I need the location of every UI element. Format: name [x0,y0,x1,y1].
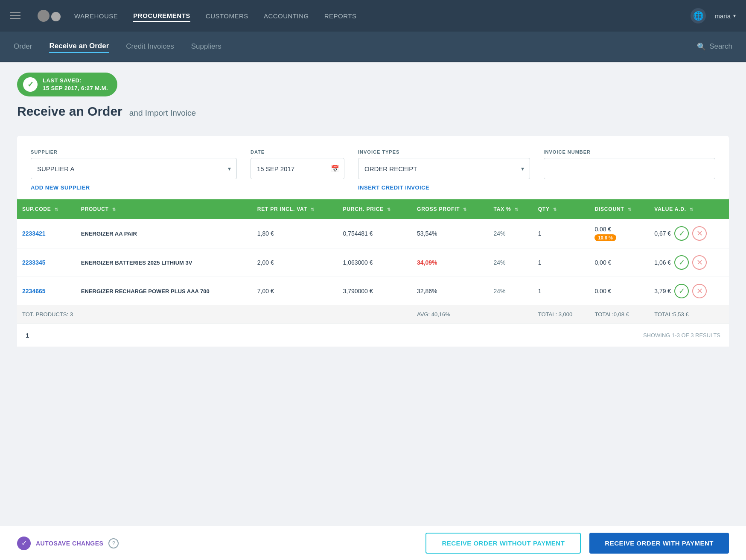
subnav-order[interactable]: Order [14,41,32,52]
cell-discount: 0,00 € [589,248,649,277]
pagination-row: 1 SHOWING 1-3 OF 3 RESULTS [17,324,729,347]
cell-ret-price: 1,80 € [252,219,338,248]
nav-item-reports[interactable]: REPORTS [324,11,357,21]
date-label: DATE [251,149,344,155]
hamburger-menu[interactable] [10,12,20,19]
supplier-select[interactable]: SUPPLIER A [31,158,237,179]
cell-tax: 24% [488,219,533,248]
cell-sup-code: 2233421 [17,219,76,248]
col-product[interactable]: PRODUCT ⇅ [76,199,252,219]
date-group: DATE [251,149,344,179]
total-value: TOTAL:5,53 € [649,305,729,324]
col-gross-profit[interactable]: GROSS PROFIT ⇅ [412,199,488,219]
receive-with-payment-button[interactable]: RECEIVE ORDER WITH PAYMENT [589,533,729,554]
app-logo [38,10,61,22]
cell-value: 3,79 € ✓ ✕ [649,277,729,306]
autosave-label: AUTOSAVE CHANGES [36,540,103,547]
saved-badge: LAST SAVED: 15 SEP 2017, 6:27 M.M. [17,73,117,96]
search-trigger[interactable]: 🔍 Search [697,42,732,51]
autosave-icon: ✓ [17,537,31,550]
subnav-credit-invoices[interactable]: Credit Invoices [126,41,174,52]
cell-purch-price: 3,790000 € [338,277,412,306]
delete-row-button[interactable]: ✕ [692,226,707,241]
confirm-row-button[interactable]: ✓ [674,226,689,241]
saved-check-icon [23,77,38,92]
nav-item-customers[interactable]: CUSTOMERS [206,11,248,21]
nav-item-accounting[interactable]: ACCOUNTING [264,11,309,21]
col-tax[interactable]: TAX % ⇅ [488,199,533,219]
supplier-select-wrapper: SUPPLIER A [31,158,237,179]
invoice-type-select[interactable]: ORDER RECEIPT [358,158,530,179]
receive-without-payment-button[interactable]: RECEIVE ORDER WITHOUT PAYMENT [425,533,581,554]
page-title: Receive an Order [17,104,122,119]
delete-row-button[interactable]: ✕ [692,284,707,298]
nav-item-warehouse[interactable]: WAREHOUSE [74,11,118,21]
cell-discount: 0,08 € 10.6 % [589,219,649,248]
subnav-receive-order[interactable]: Receive an Order [49,40,109,53]
bottom-bar: ✓ AUTOSAVE CHANGES ? RECEIVE ORDER WITHO… [0,526,746,560]
invoice-types-label: INVOICE TYPES [358,149,530,155]
cell-qty: 1 [533,277,590,306]
page-number[interactable]: 1 [26,332,29,339]
saved-text: LAST SAVED: 15 SEP 2017, 6:27 M.M. [43,77,108,92]
invoice-type-select-wrapper: ORDER RECEIPT [358,158,530,179]
supplier-label: SUPPLIER [31,149,237,155]
cell-purch-price: 0,754481 € [338,219,412,248]
col-ret-price[interactable]: RET PR INCL. VAT ⇅ [252,199,338,219]
table-header-row: SUP.CODE ⇅ PRODUCT ⇅ RET PR INCL. VAT ⇅ … [17,199,729,219]
col-value[interactable]: VALUE A.D. ⇅ [649,199,729,219]
cell-ret-price: 7,00 € [252,277,338,306]
table-section: SUP.CODE ⇅ PRODUCT ⇅ RET PR INCL. VAT ⇅ … [17,199,729,347]
subnav-suppliers[interactable]: Suppliers [191,41,221,52]
nav-item-procurements[interactable]: PROCUREMENTS [133,10,190,22]
table-row: 2234665 ENERGIZER RECHARGE POWER PLUS AA… [17,277,729,306]
invoice-number-input[interactable] [544,158,716,179]
table-row: 2233421 ENERGIZER AA PAIR 1,80 € 0,75448… [17,219,729,248]
cell-tax: 24% [488,277,533,306]
cell-product: ENERGIZER BATTERIES 2025 LITHIUM 3V [76,248,252,277]
col-qty[interactable]: QTY ⇅ [533,199,590,219]
cell-product: ENERGIZER AA PAIR [76,219,252,248]
orders-table: SUP.CODE ⇅ PRODUCT ⇅ RET PR INCL. VAT ⇅ … [17,199,729,324]
help-icon[interactable]: ? [108,538,119,548]
language-icon[interactable]: 🌐 [691,8,706,23]
delete-row-button[interactable]: ✕ [692,255,707,270]
insert-credit-link[interactable]: INSERT CREDIT INVOICE [358,184,530,191]
top-nav: WAREHOUSE PROCUREMENTS CUSTOMERS ACCOUNT… [0,0,746,32]
cell-qty: 1 [533,248,590,277]
cell-product: ENERGIZER RECHARGE POWER PLUS AAA 700 [76,277,252,306]
showing-text: SHOWING 1-3 OF 3 RESULTS [643,332,720,338]
total-avg: AVG: 40,16% [412,305,488,324]
bottom-buttons: RECEIVE ORDER WITHOUT PAYMENT RECEIVE OR… [425,533,729,554]
search-icon: 🔍 [697,42,706,51]
cell-discount: 0,00 € [589,277,649,306]
date-input[interactable] [251,158,344,179]
totals-row: TOT. PRODUCTS: 3 AVG: 40,16% TOTAL: 3,00… [17,305,729,324]
user-menu[interactable]: maria [714,12,736,20]
cell-gross-profit: 53,54% [412,219,488,248]
cell-value: 0,67 € ✓ ✕ [649,219,729,248]
invoice-types-group: INVOICE TYPES ORDER RECEIPT INSERT CREDI… [358,149,530,191]
confirm-row-button[interactable]: ✓ [674,284,689,298]
add-supplier-link[interactable]: ADD NEW SUPPLIER [31,184,237,191]
cell-purch-price: 1,063000 € [338,248,412,277]
page-subtitle: and Import Invoice [129,108,196,118]
total-products: TOT. PRODUCTS: 3 [17,305,252,324]
supplier-group: SUPPLIER SUPPLIER A ADD NEW SUPPLIER [31,149,237,191]
nav-right: 🌐 maria [691,8,736,23]
confirm-row-button[interactable]: ✓ [674,255,689,270]
col-sup-code[interactable]: SUP.CODE ⇅ [17,199,76,219]
col-discount[interactable]: DISCOUNT ⇅ [589,199,649,219]
total-qty: TOTAL: 3,000 [533,305,590,324]
cell-ret-price: 2,00 € [252,248,338,277]
autosave-section: ✓ AUTOSAVE CHANGES ? [17,537,119,550]
form-row: SUPPLIER SUPPLIER A ADD NEW SUPPLIER DAT… [31,149,715,191]
cell-tax: 24% [488,248,533,277]
invoice-number-label: INVOICE NUMBER [544,149,716,155]
main-nav-items: WAREHOUSE PROCUREMENTS CUSTOMERS ACCOUNT… [74,10,677,22]
cell-value: 1,06 € ✓ ✕ [649,248,729,277]
cell-sup-code: 2234665 [17,277,76,306]
col-purch-price[interactable]: PURCH. PRICE ⇅ [338,199,412,219]
cell-gross-profit: 32,86% [412,277,488,306]
cell-sup-code: 2233345 [17,248,76,277]
